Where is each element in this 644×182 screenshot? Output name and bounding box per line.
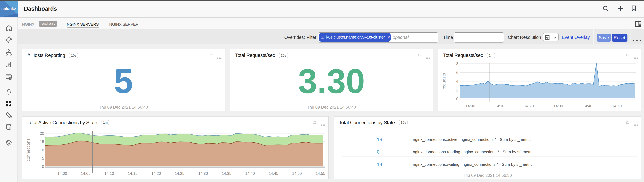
svg-text:14:45: 14:45 <box>269 171 278 176</box>
svg-text:0: 0 <box>377 149 380 155</box>
svg-text:14:05: 14:05 <box>81 171 90 176</box>
svg-text:14:25: 14:25 <box>175 171 184 176</box>
svg-text:8: 8 <box>456 61 458 66</box>
svg-text:14:20: 14:20 <box>524 104 534 108</box>
svg-text:14:30: 14:30 <box>554 104 563 108</box>
svg-text:14:40: 14:40 <box>245 171 255 176</box>
svg-text:4: 4 <box>456 79 458 83</box>
svg-text:6: 6 <box>456 70 458 75</box>
svg-text:2: 2 <box>456 88 458 92</box>
svg-text:14:10: 14:10 <box>495 104 504 108</box>
svg-text:20: 20 <box>40 131 44 135</box>
svg-text:14:35: 14:35 <box>222 171 232 176</box>
svg-text:15: 15 <box>40 139 44 144</box>
svg-text:0: 0 <box>456 97 458 101</box>
svg-text:14:00: 14:00 <box>466 104 475 108</box>
svg-text:splunk>: splunk> <box>2 6 16 11</box>
svg-text:connections: connections <box>26 138 31 161</box>
svg-text:14:40: 14:40 <box>583 104 592 108</box>
svg-text:nginx_connections.reading | ng: nginx_connections.reading | nginx_connec… <box>413 150 533 154</box>
svg-text:19: 19 <box>377 137 382 142</box>
svg-text:14:15: 14:15 <box>128 171 138 176</box>
svg-text:nginx_connections.waiting | ng: nginx_connections.waiting | nginx_connec… <box>413 162 532 167</box>
svg-text:10: 10 <box>40 148 44 152</box>
svg-text:14:30: 14:30 <box>198 171 208 176</box>
svg-text:requests: requests <box>442 73 446 89</box>
svg-text:5: 5 <box>42 156 44 160</box>
svg-text:14:50: 14:50 <box>612 104 622 108</box>
svg-text:14:55: 14:55 <box>316 171 325 176</box>
svg-text:14:50: 14:50 <box>292 171 302 176</box>
svg-text:14:00: 14:00 <box>58 171 67 176</box>
svg-text:nginx_connections.active | ngi: nginx_connections.active | nginx_connect… <box>413 137 530 142</box>
svg-text:14:10: 14:10 <box>104 171 114 176</box>
svg-text:14: 14 <box>377 162 382 167</box>
svg-text:14:20: 14:20 <box>151 171 161 176</box>
svg-text:0: 0 <box>42 164 44 169</box>
